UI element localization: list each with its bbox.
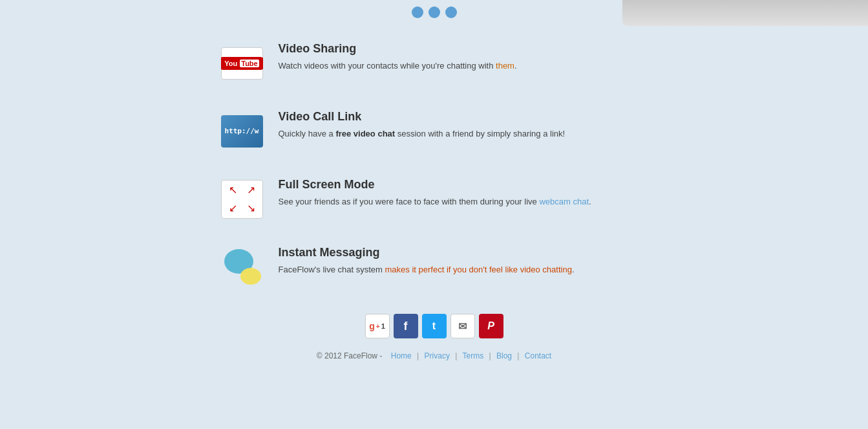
chat-bubble-secondary	[240, 268, 261, 285]
footer: © 2012 FaceFlow - Home | Privacy | Terms…	[0, 351, 868, 373]
http-icon: http://w	[221, 115, 263, 148]
youtube-icon: You Tube	[221, 47, 263, 80]
top-decorative-image	[622, 0, 868, 26]
gplus-button[interactable]: g+1	[365, 314, 390, 338]
footer-link-contact[interactable]: Contact	[525, 351, 551, 360]
dot-2[interactable]	[429, 6, 440, 18]
chat-icon	[221, 246, 263, 288]
arrow-bottomleft: ↙	[227, 203, 238, 214]
webcam-chat-link[interactable]: webcam chat	[539, 197, 589, 206]
video-call-link-desc: Quickly have a free video chat session w…	[279, 127, 566, 140]
full-screen-text: Full Screen Mode See your friends as if …	[279, 178, 591, 208]
dot-3[interactable]	[445, 6, 457, 18]
youtube-tube-text: Tube	[240, 60, 259, 67]
email-icon: ✉	[458, 320, 467, 333]
footer-copyright: © 2012 FaceFlow -	[317, 351, 383, 360]
footer-sep-3: |	[489, 351, 491, 360]
video-call-link-text: Video Call Link Quickly have a free vide…	[279, 110, 566, 140]
arrow-topleft: ↖	[227, 184, 238, 196]
instant-messaging-text: Instant Messaging FaceFlow's live chat s…	[279, 246, 575, 276]
feature-video-call-link: http://w Video Call Link Quickly have a …	[221, 110, 648, 152]
footer-sep-2: |	[455, 351, 457, 360]
facebook-icon: f	[404, 320, 408, 333]
social-bar: g+1 f t ✉ P	[0, 314, 868, 338]
http-icon-container: http://w	[221, 110, 263, 152]
gplus-inner: g+1	[369, 321, 385, 331]
footer-sep-1: |	[417, 351, 419, 360]
facebook-button[interactable]: f	[394, 314, 418, 338]
youtube-icon-container: You Tube	[221, 42, 263, 84]
email-button[interactable]: ✉	[450, 314, 475, 338]
top-area	[0, 0, 868, 29]
twitter-button[interactable]: t	[422, 314, 447, 338]
footer-sep-4: |	[517, 351, 519, 360]
chat-icon-container	[221, 246, 263, 288]
youtube-you-text: You	[224, 60, 237, 67]
pinterest-icon: P	[487, 320, 494, 332]
arrow-bottomright: ↘	[245, 203, 257, 214]
footer-link-terms[interactable]: Terms	[462, 351, 483, 360]
twitter-icon: t	[432, 320, 436, 332]
video-sharing-desc: Watch videos with your contacts while yo…	[279, 60, 517, 72]
video-call-link-title: Video Call Link	[279, 110, 566, 124]
instant-messaging-title: Instant Messaging	[279, 246, 575, 259]
video-sharing-link[interactable]: them	[496, 61, 514, 71]
fullscreen-icon-container: ↖ ↗ ↙ ↘	[221, 178, 263, 220]
instant-messaging-desc: FaceFlow's live chat system makes it per…	[279, 263, 575, 276]
arrow-topright: ↗	[245, 184, 257, 196]
full-screen-title: Full Screen Mode	[279, 178, 591, 192]
pinterest-button[interactable]: P	[479, 314, 503, 338]
feature-full-screen: ↖ ↗ ↙ ↘ Full Screen Mode See your friend…	[221, 178, 648, 220]
footer-link-home[interactable]: Home	[391, 351, 412, 360]
feature-instant-messaging: Instant Messaging FaceFlow's live chat s…	[221, 246, 648, 288]
footer-link-privacy[interactable]: Privacy	[425, 351, 450, 360]
features-container: You Tube Video Sharing Watch videos with…	[208, 42, 661, 288]
fullscreen-icon: ↖ ↗ ↙ ↘	[221, 180, 263, 219]
video-sharing-text: Video Sharing Watch videos with your con…	[279, 42, 517, 72]
feature-video-sharing: You Tube Video Sharing Watch videos with…	[221, 42, 648, 84]
dot-1[interactable]	[412, 6, 423, 18]
full-screen-desc: See your friends as if you were face to …	[279, 195, 591, 208]
video-sharing-title: Video Sharing	[279, 42, 517, 56]
footer-link-blog[interactable]: Blog	[496, 351, 512, 360]
